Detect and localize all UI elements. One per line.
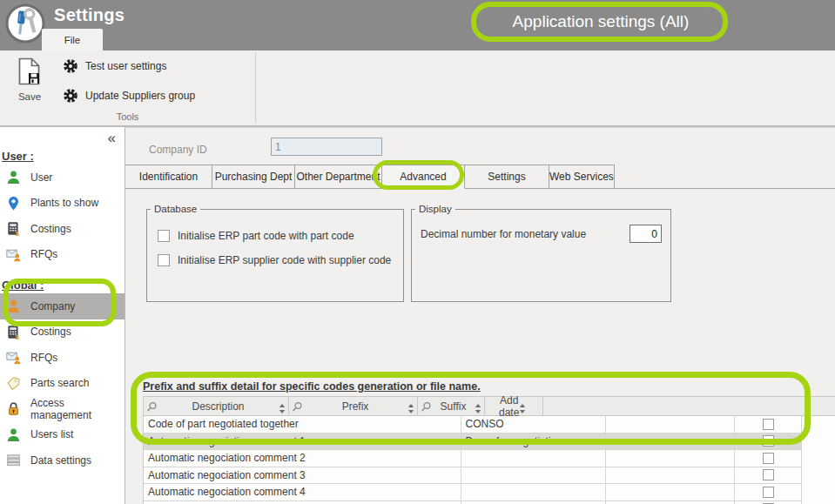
sort-icon[interactable] — [475, 401, 481, 411]
database-groupbox: Database Initialise ERP part code with p… — [146, 204, 404, 302]
sidebar-item-label: Company — [30, 300, 75, 312]
data-table-icon — [6, 453, 21, 467]
column-header-suffix[interactable]: Suffix — [418, 397, 485, 415]
tab-web-services[interactable]: Web Services — [549, 165, 615, 189]
sidebar: « User : User Plants to show $ — [0, 127, 125, 504]
column-header-add-date[interactable]: Add date — [485, 397, 519, 415]
search-icon[interactable] — [292, 400, 303, 412]
cell-prefix — [461, 450, 607, 467]
company-id-input[interactable] — [271, 138, 382, 156]
sidebar-item-label: Costings — [30, 223, 71, 235]
tool-button-test-user-settings[interactable]: Test user settings — [63, 57, 195, 75]
sidebar-item-rfqs[interactable]: RFQs — [0, 345, 125, 371]
sidebar-item-company[interactable]: Company — [0, 293, 125, 319]
add-date-checkbox[interactable] — [763, 487, 774, 498]
cell-description: Automatic negociation comment 1 — [144, 433, 461, 451]
tool-button-update-suppliers-group[interactable]: Update Suppliers group — [63, 87, 195, 104]
calculator-icon: $ — [6, 221, 21, 236]
sidebar-item-data-settings[interactable]: Data settings — [0, 447, 125, 474]
table-row-letter-of-acceptation[interactable]: Letter of acceptation LOA_ — [144, 501, 835, 504]
sidebar-item-label: Plants to show — [30, 197, 98, 209]
tab-settings[interactable]: Settings — [465, 165, 549, 189]
ribbon-divider — [255, 52, 256, 124]
cell-suffix — [606, 467, 735, 485]
search-icon[interactable] — [146, 400, 158, 412]
save-button-label: Save — [18, 91, 41, 102]
svg-text:$: $ — [16, 230, 20, 236]
table-row-code-of-part-negotiated-together[interactable]: Code of part negotiated together CONSO — [144, 416, 835, 433]
table-row-automatic-negociation-comment-2[interactable]: Automatic negociation comment 2 — [144, 450, 835, 467]
sidebar-item-plants-to-show[interactable]: Plants to show — [0, 191, 125, 217]
display-groupbox: Display Decimal number for monetary valu… — [411, 204, 671, 302]
tool-button-label: Update Suppliers group — [85, 90, 195, 102]
save-button[interactable]: Save — [7, 57, 52, 115]
rfq-envelope-icon — [6, 247, 21, 262]
checkbox[interactable] — [158, 254, 170, 266]
column-header-label: Description — [158, 400, 279, 413]
cell-suffix — [606, 416, 735, 433]
add-date-checkbox[interactable] — [763, 469, 774, 480]
tab-advanced[interactable]: Advanced — [382, 165, 465, 189]
sidebar-item-users-list[interactable]: Users list — [0, 422, 125, 448]
cell-filler — [802, 450, 835, 467]
sidebar-item-label: Access management — [30, 397, 125, 421]
sidebar-item-label: User — [30, 171, 52, 184]
cell-prefix — [461, 484, 607, 501]
tool-button-label: Test user settings — [85, 60, 166, 72]
parts-search-icon — [6, 376, 21, 391]
settings-window: Settings File Application settings (All)… — [0, 0, 835, 504]
titlebar: Settings File Application settings (All) — [0, 0, 835, 50]
table-row-automatic-negociation-comment-4[interactable]: Automatic negociation comment 4 — [144, 484, 835, 501]
decimal-number-input[interactable] — [630, 225, 662, 243]
tab-page-advanced: Database Initialise ERP part code with p… — [125, 188, 835, 504]
sidebar-item-label: RFQs — [30, 248, 57, 260]
cell-suffix — [606, 501, 735, 504]
column-header-label: Add date — [499, 394, 519, 419]
table-row-automatic-negociation-comment-3[interactable]: Automatic negociation comment 3 — [144, 467, 835, 485]
cell-filler — [802, 416, 835, 433]
search-icon[interactable] — [421, 400, 432, 412]
ribbon: Save Test user settings — [0, 50, 835, 127]
column-header[interactable] — [519, 397, 543, 415]
user-icon — [6, 170, 21, 185]
tabstrip: Identification Purchasing Dept Other Dep… — [125, 165, 615, 189]
lock-icon — [6, 401, 21, 416]
collapse-sidebar-icon[interactable]: « — [108, 131, 116, 145]
column-header-prefix[interactable]: Prefix — [289, 397, 418, 415]
tab-purchasing-dept[interactable]: Purchasing Dept — [212, 165, 295, 189]
display-groupbox-title: Display — [415, 204, 455, 214]
prefix-suffix-table: Description — [143, 396, 835, 504]
calculator-icon: $ — [6, 325, 21, 339]
ribbon-group-label: Tools — [0, 111, 255, 122]
checkbox[interactable] — [158, 230, 170, 242]
sort-icon[interactable] — [407, 401, 414, 411]
cell-description: Letter of acceptation — [144, 501, 461, 504]
sidebar-global-section: Global : Company $ Costings RF — [0, 279, 125, 474]
sidebar-heading-global: Global : — [0, 279, 125, 293]
sidebar-item-access-management[interactable]: Access management — [0, 396, 125, 422]
column-header-description[interactable]: Description — [144, 397, 289, 415]
gear-icon — [63, 58, 78, 74]
cell-add-date — [735, 484, 802, 501]
sort-icon[interactable] — [279, 401, 286, 411]
sidebar-global-items: Company $ Costings RFQs Parts sea — [0, 293, 125, 474]
sidebar-item-costings[interactable]: $ Costings — [0, 216, 125, 242]
cell-add-date — [735, 416, 802, 433]
file-tab[interactable]: File — [42, 29, 103, 50]
add-date-checkbox[interactable] — [763, 419, 774, 430]
tab-label: Other Department — [296, 171, 380, 183]
file-tab-label: File — [64, 35, 81, 45]
add-date-checkbox[interactable] — [763, 453, 774, 464]
ribbon-tools: Test user settings Update Suppliers grou… — [63, 57, 195, 104]
sidebar-item-rfqs[interactable]: RFQs — [0, 242, 125, 268]
sidebar-item-parts-search[interactable]: Parts search — [0, 371, 125, 397]
tab-identification[interactable]: Identification — [125, 165, 212, 189]
add-date-checkbox[interactable] — [763, 435, 774, 447]
tab-other-department[interactable]: Other Department — [295, 165, 382, 189]
sidebar-item-user[interactable]: User — [0, 165, 125, 191]
checkbox-label: Initialise ERP supplier code with suppli… — [178, 254, 391, 266]
checkbox-row-initialise-erp-part-code-with-part-code: Initialise ERP part code with part code — [158, 230, 403, 242]
table-row-automatic-negociation-comment-1[interactable]: Automatic negociation comment 1 Demo for… — [144, 433, 835, 451]
company-user-icon — [6, 299, 21, 313]
sidebar-item-costings[interactable]: $ Costings — [0, 319, 125, 346]
